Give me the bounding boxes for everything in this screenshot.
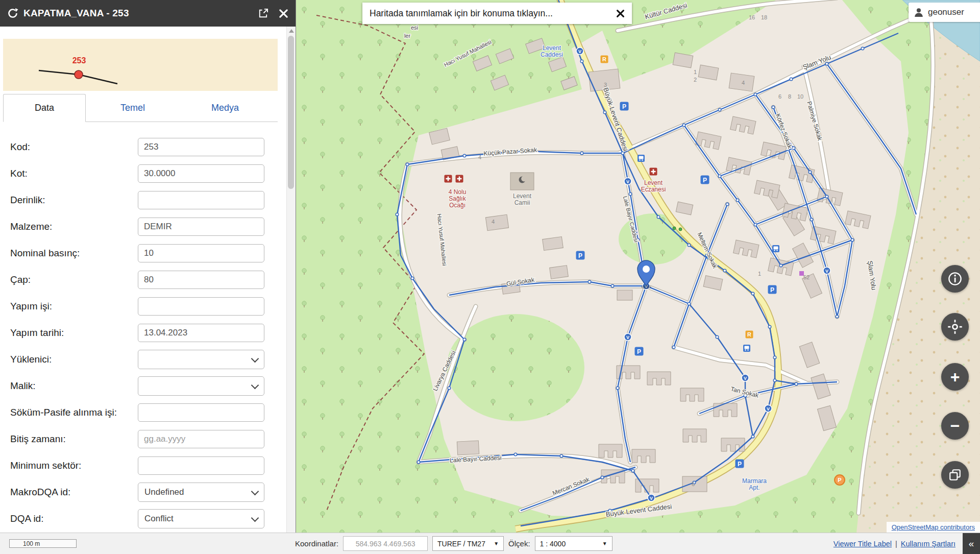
field-select-8[interactable] (138, 350, 264, 369)
svg-text:P: P (838, 477, 841, 483)
field-input-10[interactable] (138, 403, 264, 422)
locate-button[interactable] (941, 313, 969, 341)
bus-stop-icon (638, 155, 645, 162)
poi-label: LeventEczanesi (641, 179, 666, 193)
valve-marker[interactable]: V (648, 494, 655, 501)
valve-marker[interactable]: V (624, 333, 631, 341)
field-input-7[interactable] (138, 324, 264, 342)
map-attribution: OpenStreetMap contributors (887, 522, 980, 533)
field-row: Malzeme: (0, 213, 280, 240)
valve-diagram-label: 253 (72, 56, 86, 65)
orange-cluster-icon[interactable]: P (835, 475, 845, 485)
field-select-14[interactable]: Conflict (138, 509, 264, 528)
bus-stop-icon (743, 345, 750, 352)
scale-label: Ölçek: (508, 539, 530, 548)
scale-select[interactable]: 1 : 4000 ▼ (535, 536, 612, 551)
coordinates-input[interactable] (343, 536, 428, 551)
field-row: Yapım işi: (0, 293, 280, 320)
osm-attribution-link[interactable]: OpenStreetMap contributors (892, 523, 975, 531)
field-row: Kod: (0, 134, 280, 160)
field-row: Kot: (0, 160, 280, 187)
scrollbar-thumb[interactable] (288, 36, 294, 189)
close-panel-button[interactable] (279, 9, 288, 18)
field-label: Yapım tarihi: (10, 327, 138, 339)
house-number: 4 (742, 80, 745, 86)
svg-text:V: V (744, 376, 747, 381)
field-input-3[interactable] (138, 218, 264, 236)
valve-marker[interactable]: V (765, 405, 772, 412)
svg-text:P: P (770, 286, 774, 294)
statusbar-links: Viewer Title Label | Kullanım Şartları (834, 540, 955, 548)
parking-icon: P (701, 176, 709, 184)
zoom-in-icon: + (950, 369, 960, 385)
field-label: MakroDQA id: (10, 487, 138, 498)
user-menu[interactable]: geonuser (909, 3, 980, 22)
field-label: DQA id: (10, 513, 138, 524)
house-number: 8 (788, 93, 791, 100)
field-input-12[interactable] (138, 456, 264, 475)
field-label: Minimum sektör: (10, 460, 138, 471)
link-separator: | (895, 540, 897, 548)
svg-text:V: V (650, 496, 653, 501)
field-input-1[interactable] (138, 164, 264, 183)
collapse-statusbar-button[interactable]: « (963, 533, 980, 554)
field-label: Çap: (10, 274, 138, 285)
field-select-13[interactable]: Undefined (138, 483, 264, 502)
valve-marker[interactable]: V (823, 267, 830, 274)
parking-icon: P (768, 285, 777, 294)
field-input-5[interactable] (138, 271, 264, 289)
crs-select[interactable]: TUREF / TM27 ▼ (432, 536, 504, 551)
chevron-down-icon (251, 354, 259, 363)
map-canvas[interactable]: PPPPPPRRP VVVVVVVV Kültür CaddesiŞlam Yo… (296, 0, 980, 533)
panel-body: 253 Data Temel Medya Kod:Kot:Derinlik:Ma… (0, 27, 296, 533)
field-input-2[interactable] (138, 191, 264, 209)
expand-window-button[interactable] (258, 8, 268, 19)
house-number: 18 (761, 14, 767, 20)
field-row: Malik: (0, 373, 280, 399)
svg-text:V: V (626, 179, 629, 184)
house-number: 1 (758, 271, 761, 277)
valve-marker[interactable]: V (742, 374, 749, 381)
field-input-6[interactable] (138, 297, 264, 316)
parking-icon: P (635, 347, 644, 356)
terms-of-use-link[interactable]: Kullanım Şartları (901, 540, 955, 548)
zoom-out-button[interactable]: − (941, 412, 969, 440)
field-select-9[interactable] (138, 376, 264, 396)
field-row: DQA id:Conflict (0, 505, 280, 532)
field-row: Çap: (0, 267, 280, 293)
panel-scrollbar[interactable] (286, 27, 296, 533)
tab-data[interactable]: Data (3, 94, 86, 122)
dropdown-arrow-icon: ▼ (494, 541, 499, 546)
scale-value: 1 : 4000 (540, 540, 566, 548)
tab-temel[interactable]: Temel (86, 94, 180, 122)
field-input-4[interactable] (138, 244, 264, 262)
house-number: 2 (694, 77, 697, 83)
svg-text:V: V (825, 269, 828, 274)
valve-diagram: 253 (3, 39, 278, 91)
street-label: esi (411, 25, 418, 31)
info-button[interactable] (941, 265, 969, 293)
valve-dot-graphic (75, 70, 83, 79)
health-poi-icon (650, 168, 657, 176)
tab-bar: Data Temel Medya (3, 94, 278, 122)
house-number: 1 (694, 69, 697, 75)
feature-panel: KAPATMA_VANA - 253 253 Data Temel Medya … (0, 0, 296, 533)
layers-button[interactable] (941, 461, 969, 489)
user-name: geonuser (928, 7, 964, 17)
scroll-up-arrow-icon[interactable] (289, 29, 294, 33)
valve-marker[interactable]: V (576, 47, 583, 55)
svg-text:R: R (602, 56, 606, 62)
field-input-0[interactable] (138, 138, 264, 156)
tab-medya[interactable]: Medya (180, 94, 271, 122)
notification-close-button[interactable] (616, 9, 625, 18)
field-row: Söküm-Pasife alınma işi: (0, 399, 280, 426)
map-container: PPPPPPRRP VVVVVVVV Kültür CaddesiŞlam Yo… (296, 0, 980, 533)
viewer-title-link[interactable]: Viewer Title Label (834, 540, 892, 548)
zoom-in-button[interactable]: + (941, 363, 969, 391)
valve-marker[interactable]: V (624, 178, 631, 185)
coordinates-group: Koordinatlar: TUREF / TM27 ▼ Ölçek: 1 : … (295, 536, 612, 551)
house-number: 10 (797, 93, 803, 100)
field-input-11[interactable] (138, 430, 264, 448)
house-number: 6 (692, 481, 695, 487)
house-number: 6 (778, 93, 781, 100)
